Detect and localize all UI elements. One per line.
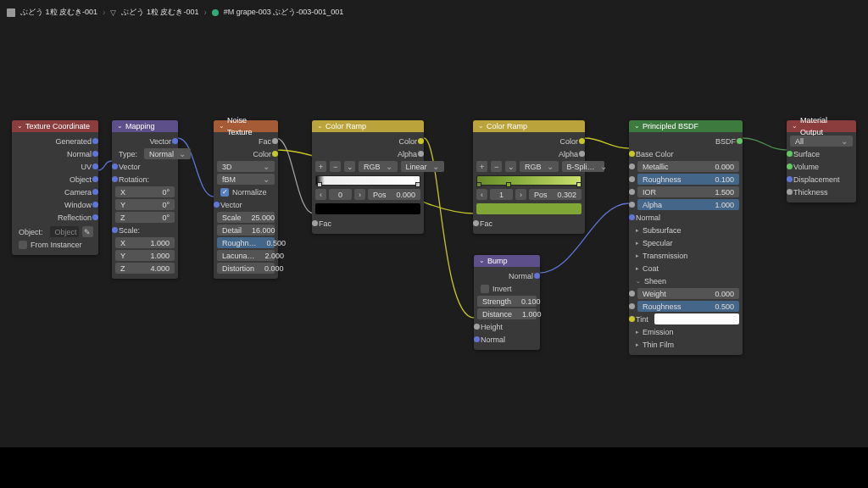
scale-field[interactable]: Scale25.000 [217,212,275,223]
socket-fac-in[interactable]: Fac [476,218,581,229]
node-color-ramp-2[interactable]: ⌄Color Ramp Color Alpha + − ⌄ RGB B-Spli… [473,120,585,234]
ramp-stop[interactable] [415,182,420,187]
node-material-output[interactable]: ⌄Material Output All Surface Volume Disp… [787,120,856,202]
node-texture-coordinate[interactable]: ⌄Texture Coordinate Generated Normal UV … [12,120,98,255]
collapse-icon[interactable]: ⌄ [219,120,225,132]
roughness-field[interactable]: Roughness0.100 [637,174,739,185]
ramp-menu-button[interactable]: ⌄ [344,161,355,172]
dimensions-select[interactable]: 3D [217,161,275,172]
socket-generated[interactable]: Generated [15,136,95,147]
remove-stop-button[interactable]: − [330,161,341,172]
distortion-field[interactable]: Distortion0.000 [217,263,275,274]
rotation-x[interactable]: X0° [115,186,175,197]
scale-y[interactable]: Y1.000 [115,250,175,261]
socket-camera[interactable]: Camera [15,186,95,197]
stop-index-field[interactable]: 0 [329,189,352,200]
socket-alpha-out[interactable]: Alpha [476,148,581,159]
ramp-stop[interactable] [506,182,511,187]
node-header[interactable]: ⌄Color Ramp [312,120,424,132]
socket-alpha-out[interactable]: Alpha [315,148,420,159]
color-ramp-gradient[interactable] [476,175,581,186]
socket-window[interactable]: Window [15,199,95,210]
eyedropper-button[interactable]: ✎ [82,226,93,237]
socket-thickness-in[interactable]: Thickness [790,186,853,197]
socket-fac-in[interactable]: Fac [315,218,420,229]
socket-normal[interactable]: Normal [15,148,95,159]
collapse-icon[interactable]: ⌄ [478,120,484,132]
prev-stop-button[interactable]: ‹ [315,189,326,200]
transmission-section[interactable]: ▸Transmission [632,250,739,261]
detail-field[interactable]: Detail16.000 [217,225,275,236]
roughness-field[interactable]: Roughn…0.500 [217,237,275,248]
ramp-stop[interactable] [317,182,322,187]
socket-object[interactable]: Object [15,174,95,185]
socket-color-out[interactable]: Color [217,148,275,159]
breadcrumb-item[interactable]: #M grape-003 ぶどう-003-001_001 [224,7,344,18]
socket-uv[interactable]: UV [15,161,95,172]
mode-select[interactable]: fBM [217,174,275,185]
stop-index-field[interactable]: 1 [490,189,513,200]
rotation-z[interactable]: Z0° [115,212,175,223]
specular-section[interactable]: ▸Specular [632,237,739,248]
node-bump[interactable]: ⌄Bump Normal Invert Strength0.100 Distan… [474,255,540,350]
distance-field[interactable]: Distance1.000 [477,308,537,319]
collapse-icon[interactable]: ⌄ [634,120,640,132]
object-picker[interactable]: Object [50,226,79,237]
color-mode-select[interactable]: RGB [520,161,559,172]
remove-stop-button[interactable]: − [491,161,502,172]
socket-reflection[interactable]: Reflection [15,212,95,223]
interp-select[interactable]: B-Spli… [562,161,604,172]
breadcrumb[interactable]: ぶどう 1粒 皮むき-001 › ▽ ぶどう 1粒 皮むき-001 › #M g… [7,7,343,18]
socket-fac-out[interactable]: Fac [217,136,275,147]
scale-z[interactable]: Z4.000 [115,263,175,274]
socket-normal-out[interactable]: Normal [477,270,537,281]
node-header[interactable]: ⌄Principled BSDF [629,120,743,132]
node-header[interactable]: ⌄Material Output [787,120,856,132]
socket-color-out[interactable]: Color [315,136,420,147]
ior-field[interactable]: IOR1.500 [637,186,739,197]
collapse-icon[interactable]: ⌄ [479,255,485,267]
stop-color-swatch[interactable] [315,203,420,214]
collapse-icon[interactable]: ⌄ [317,120,323,132]
invert-row[interactable]: Invert [477,283,537,294]
collapse-icon[interactable]: ⌄ [17,120,23,132]
tint-swatch[interactable] [654,313,739,324]
socket-color-out[interactable]: Color [476,136,581,147]
interp-select[interactable]: Linear [401,161,444,172]
normalize-row[interactable]: Normalize [217,186,275,197]
next-stop-button[interactable]: › [515,189,526,200]
thin-film-section[interactable]: ▸Thin Film [632,339,739,350]
ramp-menu-button[interactable]: ⌄ [505,161,516,172]
socket-height-in[interactable]: Height [477,321,537,332]
add-stop-button[interactable]: + [476,161,487,172]
add-stop-button[interactable]: + [315,161,326,172]
socket-normal-in[interactable]: Normal [477,334,537,345]
next-stop-button[interactable]: › [354,189,365,200]
node-color-ramp-1[interactable]: ⌄Color Ramp Color Alpha + − ⌄ RGB Linear… [312,120,424,234]
scale-header[interactable]: Scale: [115,225,175,236]
node-noise-texture[interactable]: ⌄Noise Texture Fac Color 3D fBM Normaliz… [214,120,278,279]
type-select[interactable]: Normal [144,148,191,159]
stop-color-swatch[interactable] [476,203,581,214]
pos-field[interactable]: Pos0.000 [368,189,420,200]
rotation-header[interactable]: Rotation: [115,174,175,185]
socket-volume-in[interactable]: Volume [790,161,853,172]
breadcrumb-item[interactable]: ぶどう 1粒 皮むき-001 [121,7,198,18]
node-header[interactable]: ⌄Noise Texture [214,120,278,132]
lacunarity-field[interactable]: Lacuna…2.000 [217,250,275,261]
invert-checkbox[interactable] [481,285,489,293]
emission-section[interactable]: ▸Emission [632,326,739,337]
strength-field[interactable]: Strength0.100 [477,296,537,307]
socket-vector-out[interactable]: Vector [115,136,175,147]
sheen-section[interactable]: ⌄Sheen [632,275,739,286]
rotation-y[interactable]: Y0° [115,199,175,210]
node-header[interactable]: ⌄Color Ramp [473,120,585,132]
subsurface-section[interactable]: ▸Subsurface [632,225,739,236]
ramp-stop[interactable] [476,182,481,187]
node-header[interactable]: ⌄Texture Coordinate [12,120,98,132]
weight-field[interactable]: Weight0.000 [637,288,739,299]
breadcrumb-item[interactable]: ぶどう 1粒 皮むき-001 [20,7,97,18]
node-mapping[interactable]: ⌄Mapping Vector Type: Normal Vector Rota… [112,120,178,279]
node-header[interactable]: ⌄Bump [474,255,540,267]
color-ramp-gradient[interactable] [315,175,420,186]
